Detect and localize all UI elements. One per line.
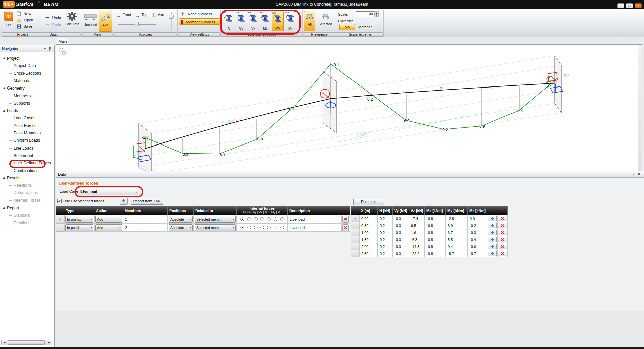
cell-x[interactable]: 2.50 — [359, 250, 378, 257]
radio-vz[interactable] — [260, 217, 264, 221]
cell-vz[interactable]: 17.4 — [409, 215, 425, 222]
tree-expander-icon[interactable] — [3, 177, 5, 179]
tree-expander-icon[interactable] — [3, 109, 5, 112]
description-field[interactable]: Live load — [288, 215, 341, 223]
navigator-item-user-defined-forces[interactable]: User-Defined Forces — [0, 160, 54, 166]
navigator-hscrollbar[interactable]: ◄ ► — [1, 340, 52, 345]
cell-vy[interactable]: -0.3 — [393, 229, 409, 236]
force-mx-button[interactable]: Mx ↺ Mx — [260, 11, 271, 31]
node-numbers-toggle[interactable]: Node numbers — [180, 12, 219, 18]
navigator-item-internal-forces[interactable]: Internal Forces — [0, 197, 54, 204]
radio-mx[interactable] — [267, 226, 271, 229]
add-point-button[interactable]: ✚ — [488, 230, 497, 235]
force-vz-button[interactable]: Vz ↑ Vz — [248, 11, 259, 31]
scroll-right-icon[interactable]: ► — [47, 340, 51, 345]
use-forces-checkbox[interactable]: ✔ — [57, 199, 62, 203]
radio-n[interactable] — [247, 217, 251, 221]
cell-mz[interactable]: 0.0 — [468, 215, 487, 222]
navigator-item-settlement[interactable]: Settlement — [0, 152, 54, 159]
navigator-item-load-cases[interactable]: Load Cases — [0, 115, 54, 121]
cell-vy[interactable]: -0.3 — [393, 243, 409, 250]
data-chevron-icon[interactable]: ▾ — [633, 171, 635, 178]
force-n-button[interactable]: N ↙ N — [223, 11, 235, 31]
cell-my[interactable]: 0.4 — [446, 243, 468, 250]
scale-input[interactable]: 1.00 — [356, 11, 374, 17]
delete-row-button[interactable]: ✖ — [342, 216, 349, 223]
cell-my[interactable]: 3.9 — [446, 222, 468, 229]
radio-vy[interactable] — [254, 217, 258, 221]
delete-all-button[interactable]: Delete all — [353, 199, 384, 205]
cell-vz[interactable]: -14.3 — [409, 243, 425, 250]
cell-my[interactable]: -2.8 — [446, 215, 468, 222]
close-button[interactable]: ✕ — [635, 3, 642, 8]
description-field[interactable]: Live load — [288, 223, 341, 232]
cell-mz[interactable]: -0.4 — [468, 236, 487, 243]
force-vy-button[interactable]: Vy ← Vy — [235, 11, 247, 31]
cell-n[interactable]: 0.2 — [378, 222, 393, 229]
action-dropdown[interactable]: Add▾ — [95, 224, 122, 231]
navigator-item-detailed[interactable]: Detailed — [0, 220, 54, 226]
new-button[interactable]: New — [17, 11, 31, 17]
calculate-button[interactable]: Calculate — [64, 11, 80, 32]
import-xml-button[interactable]: Import from XML — [131, 198, 163, 205]
navigator-item-deformations[interactable]: Deformations — [0, 189, 54, 196]
data-pin-icon[interactable] — [637, 172, 641, 177]
load-case-dropdown[interactable]: Live load ⌄ — [78, 188, 140, 195]
cell-n[interactable]: 0.2 — [378, 215, 393, 222]
zoom-slider-thumb[interactable] — [135, 22, 139, 26]
axo-button[interactable]: Axo — [99, 11, 112, 32]
cell-n[interactable]: 0.2 — [378, 243, 393, 250]
radio-all[interactable] — [240, 217, 244, 221]
file-button[interactable]: ID File — [3, 11, 14, 31]
navigator-chevron-icon[interactable]: ▾ — [44, 45, 46, 52]
zoom-slider[interactable] — [118, 22, 156, 26]
navigator-item-cross-sections[interactable]: Cross-Sections — [0, 70, 54, 77]
cell-vy[interactable]: -0.3 — [393, 236, 409, 243]
scale-spinner[interactable]: ▲ ▼ — [374, 11, 379, 17]
cell-x[interactable]: 0.00 — [359, 215, 378, 222]
selected-button[interactable]: Selected — [316, 11, 335, 31]
related-dropdown[interactable]: Selected mem...▾ — [195, 216, 236, 223]
radio-mz[interactable] — [280, 226, 284, 229]
delete-point-button[interactable]: ✖ — [498, 216, 507, 221]
cell-mx[interactable]: -0.8 — [425, 236, 446, 243]
members-field[interactable]: 2 — [123, 223, 168, 232]
radio-my[interactable] — [274, 226, 277, 229]
cell-vy[interactable]: -0.3 — [393, 215, 409, 222]
add-point-button[interactable]: ✚ — [488, 244, 497, 249]
navigator-item-line-loads[interactable]: Line Loads — [0, 145, 54, 152]
navigator-item-standard[interactable]: Standard — [0, 212, 54, 219]
navigator-item-supports[interactable]: Supports — [0, 100, 54, 107]
cell-vz[interactable]: -22.2 — [409, 250, 425, 257]
navigator-item-point-moments[interactable]: Point Moments — [0, 130, 54, 136]
cell-vy[interactable]: -0.3 — [393, 222, 409, 229]
cell-x[interactable]: 0.50 — [359, 222, 378, 229]
navigator-pin-icon[interactable] — [48, 47, 52, 51]
delete-point-button[interactable]: ✖ — [498, 244, 507, 249]
delete-row-button[interactable]: ✖ — [342, 224, 349, 231]
type-dropdown[interactable]: In positi...▾ — [65, 224, 93, 231]
radio-vy[interactable] — [254, 226, 258, 229]
undo-button[interactable]: Undo — [45, 15, 61, 21]
axo-view-button[interactable]: Axo — [151, 12, 164, 18]
cell-mx[interactable]: -0.8 — [425, 215, 446, 222]
zoom-widget-icon[interactable] — [60, 48, 66, 55]
delete-point-button[interactable]: ✖ — [498, 230, 507, 235]
cell-vz[interactable]: 1.6 — [409, 229, 425, 236]
related-dropdown[interactable]: Selected mem...▾ — [195, 224, 236, 231]
members-field[interactable]: 1 — [123, 215, 168, 223]
force-my-button[interactable]: My « My — [272, 11, 284, 31]
navigator-item-project[interactable]: Project — [0, 55, 54, 62]
add-point-button[interactable]: ✚ — [488, 251, 497, 256]
radio-n[interactable] — [247, 226, 251, 229]
cell-x[interactable]: 1.50 — [359, 236, 378, 243]
add-row-button[interactable]: ✚ — [120, 198, 128, 205]
cell-n[interactable]: 0.2 — [378, 236, 393, 243]
navigator-item-reactions[interactable]: Reactions — [0, 182, 54, 189]
cell-my[interactable]: -8.7 — [446, 250, 468, 257]
force-mz-button[interactable]: Mz ↕ Mz — [285, 11, 297, 31]
maximize-button[interactable]: ▢ — [626, 3, 633, 8]
open-button[interactable]: Open — [17, 18, 33, 24]
cell-mz[interactable]: -0.7 — [468, 250, 487, 257]
navigator-item-results[interactable]: Results — [0, 175, 54, 181]
